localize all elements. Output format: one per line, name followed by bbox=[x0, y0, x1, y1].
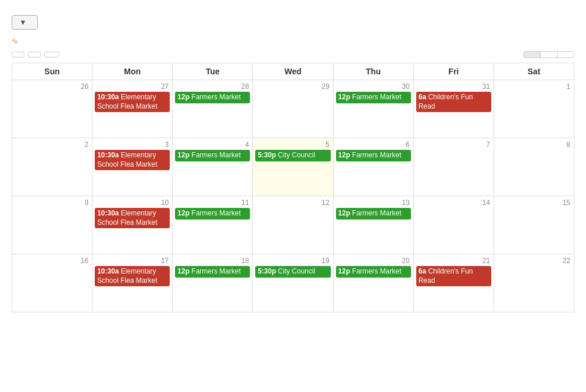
add-filters-button[interactable]: ▼ bbox=[12, 15, 38, 30]
calendar-table: SunMonTueWedThuFriSat 262710:30a Element… bbox=[12, 63, 574, 312]
event-time: 10:30a bbox=[97, 93, 121, 101]
prev-button[interactable] bbox=[12, 52, 24, 57]
calendar-cell: 16 bbox=[12, 254, 92, 312]
calendar-event[interactable]: 12p Farmers Market bbox=[336, 266, 411, 278]
calendar-cell: 2812p Farmers Market bbox=[173, 80, 253, 138]
event-name: Farmers Market bbox=[352, 93, 402, 101]
event-time: 12p bbox=[338, 267, 352, 275]
calendar-event[interactable]: 12p Farmers Market bbox=[336, 92, 411, 103]
calendar-cell: 2012p Farmers Market bbox=[333, 254, 413, 312]
week-view-button[interactable] bbox=[540, 52, 557, 57]
day-view-button[interactable] bbox=[557, 52, 574, 57]
rss-link[interactable]: ∿ bbox=[12, 37, 20, 45]
calendar-cell: 316a Children's Fun Read bbox=[413, 80, 494, 138]
day-number: 3 bbox=[95, 141, 170, 150]
event-time: 12p bbox=[338, 209, 352, 217]
day-number: 18 bbox=[175, 257, 250, 266]
calendar-cell: 216a Children's Fun Read bbox=[413, 254, 494, 312]
event-name: Farmers Market bbox=[191, 93, 241, 101]
day-number: 2 bbox=[15, 141, 90, 150]
calendar-cell: 1 bbox=[494, 80, 574, 138]
day-number: 6 bbox=[336, 141, 411, 150]
calendar-event[interactable]: 5:30p City Council bbox=[255, 266, 330, 278]
dow-header-mon: Mon bbox=[92, 63, 173, 80]
calendar-event[interactable]: 6a Children's Fun Read bbox=[416, 92, 491, 112]
calendar-event[interactable]: 12p Farmers Market bbox=[175, 150, 250, 161]
day-number: 4 bbox=[175, 141, 250, 150]
filter-icon: ▼ bbox=[19, 18, 27, 27]
event-name: Farmers Market bbox=[352, 209, 402, 217]
calendar-cell: 1812p Farmers Market bbox=[173, 254, 253, 312]
event-time: 12p bbox=[177, 151, 191, 159]
dow-header-tue: Tue bbox=[173, 63, 253, 80]
calendar-cell: 612p Farmers Market bbox=[333, 138, 413, 196]
event-name: Farmers Market bbox=[191, 209, 241, 217]
calendar-cell: 8 bbox=[494, 138, 574, 196]
event-time: 6a bbox=[419, 93, 428, 101]
next-button[interactable] bbox=[28, 52, 41, 57]
event-time: 10:30a bbox=[97, 151, 121, 159]
calendar-event[interactable]: 12p Farmers Market bbox=[336, 150, 411, 161]
dow-header-wed: Wed bbox=[253, 63, 333, 80]
event-time: 12p bbox=[177, 209, 191, 217]
event-time: 12p bbox=[177, 93, 191, 101]
day-number: 14 bbox=[416, 199, 491, 208]
day-number: 7 bbox=[416, 141, 491, 150]
dow-header-fri: Fri bbox=[413, 63, 494, 80]
event-name: City Council bbox=[278, 267, 315, 275]
calendar-cell: 412p Farmers Market bbox=[173, 138, 253, 196]
calendar-event[interactable]: 12p Farmers Market bbox=[175, 92, 250, 103]
calendar-cell: 29 bbox=[253, 80, 333, 138]
calendar-event[interactable]: 12p Farmers Market bbox=[336, 208, 411, 220]
calendar-event[interactable]: 10:30a Elementary School Flea Market bbox=[95, 208, 170, 228]
day-number: 17 bbox=[95, 257, 170, 266]
day-number: 9 bbox=[15, 199, 90, 208]
calendar-cell: 1010:30a Elementary School Flea Market bbox=[92, 196, 173, 254]
calendar-event[interactable]: 6a Children's Fun Read bbox=[416, 266, 491, 286]
rss-icon: ∿ bbox=[12, 37, 18, 45]
event-name: Farmers Market bbox=[352, 151, 402, 159]
event-time: 12p bbox=[338, 151, 352, 159]
day-number: 1 bbox=[496, 82, 571, 92]
day-number: 29 bbox=[255, 82, 330, 92]
calendar-cell: 55:30p City Council bbox=[253, 138, 333, 196]
event-time: 5:30p bbox=[258, 267, 278, 275]
day-number: 28 bbox=[175, 82, 250, 92]
calendar-cell: 15 bbox=[494, 196, 574, 254]
day-number: 16 bbox=[15, 257, 90, 266]
calendar-cell: 1112p Farmers Market bbox=[173, 196, 253, 254]
event-name: Farmers Market bbox=[191, 267, 241, 275]
calendar-cell: 310:30a Elementary School Flea Market bbox=[92, 138, 173, 196]
day-number: 27 bbox=[95, 82, 170, 92]
day-number: 21 bbox=[416, 257, 491, 266]
day-number: 31 bbox=[416, 82, 491, 92]
event-time: 5:30p bbox=[258, 151, 278, 159]
day-number: 22 bbox=[496, 257, 571, 266]
event-name: Farmers Market bbox=[191, 151, 241, 159]
event-time: 10:30a bbox=[97, 267, 121, 275]
month-view-button[interactable] bbox=[524, 52, 540, 57]
calendar-event[interactable]: 5:30p City Council bbox=[255, 150, 330, 161]
day-number: 19 bbox=[255, 257, 330, 266]
calendar-cell: 1312p Farmers Market bbox=[333, 196, 413, 254]
calendar-event[interactable]: 10:30a Elementary School Flea Market bbox=[95, 150, 170, 170]
day-number: 15 bbox=[496, 199, 571, 208]
event-name: Farmers Market bbox=[352, 267, 402, 275]
event-time: 6a bbox=[419, 267, 428, 275]
calendar-cell: 2710:30a Elementary School Flea Market bbox=[92, 80, 173, 138]
day-number: 12 bbox=[255, 199, 330, 208]
calendar-nav bbox=[12, 51, 574, 58]
calendar-cell: 9 bbox=[12, 196, 92, 254]
calendar-cell: 26 bbox=[12, 80, 92, 138]
day-number: 11 bbox=[175, 199, 250, 208]
today-button[interactable] bbox=[44, 52, 59, 57]
day-number: 5 bbox=[255, 141, 330, 150]
calendar-event[interactable]: 10:30a Elementary School Flea Market bbox=[95, 92, 170, 112]
day-number: 10 bbox=[95, 199, 170, 208]
calendar-cell: 3012p Farmers Market bbox=[333, 80, 413, 138]
calendar-event[interactable]: 12p Farmers Market bbox=[175, 208, 250, 220]
day-number: 26 bbox=[15, 82, 90, 92]
dow-header-thu: Thu bbox=[333, 63, 413, 80]
calendar-event[interactable]: 12p Farmers Market bbox=[175, 266, 250, 278]
calendar-event[interactable]: 10:30a Elementary School Flea Market bbox=[95, 266, 170, 286]
